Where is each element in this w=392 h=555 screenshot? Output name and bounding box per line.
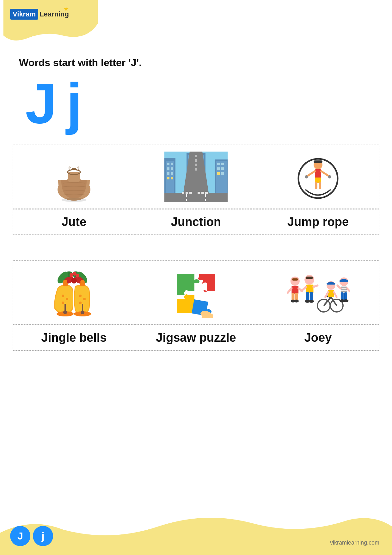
footer-J: J — [10, 526, 30, 546]
footer-blob — [0, 511, 392, 555]
svg-rect-105 — [306, 292, 309, 301]
svg-rect-13 — [167, 177, 169, 179]
svg-point-79 — [81, 310, 84, 314]
jingle-bells-label: Jingle bells — [13, 325, 135, 351]
svg-line-107 — [301, 287, 306, 291]
svg-point-110 — [309, 300, 314, 303]
svg-point-71 — [76, 274, 79, 278]
svg-point-83 — [66, 298, 68, 300]
svg-point-74 — [63, 310, 67, 314]
svg-rect-36 — [217, 167, 220, 170]
junction-label: Junction — [135, 209, 257, 235]
svg-line-135 — [347, 288, 350, 291]
svg-rect-127 — [340, 280, 348, 282]
jigsaw-puzzle-label: Jigsaw puzzle — [135, 325, 257, 351]
svg-rect-48 — [198, 192, 200, 194]
svg-line-134 — [338, 285, 341, 288]
cards-row2: Jingle bells Jigsaw puzzle Joey — [13, 260, 379, 351]
jumprope-image-cell — [257, 145, 379, 209]
big-letters-section: J j — [25, 75, 373, 132]
junction-city-icon — [164, 152, 228, 202]
svg-line-98 — [288, 288, 292, 293]
svg-line-58 — [307, 171, 315, 176]
joey-kids-icon — [286, 267, 350, 318]
svg-rect-34 — [217, 163, 220, 165]
svg-point-101 — [294, 300, 299, 302]
junction-image-cell — [135, 145, 257, 209]
jute-label: Jute — [13, 209, 135, 235]
header-blob — [0, 0, 101, 44]
svg-rect-46 — [186, 192, 188, 194]
joey-label: Joey — [257, 325, 379, 351]
logo-vikram: Vikram — [10, 9, 38, 20]
svg-point-76 — [63, 280, 67, 284]
jingle-bells-image-cell — [13, 261, 135, 325]
svg-rect-8 — [171, 163, 173, 165]
svg-point-93 — [291, 277, 300, 286]
cards-images-row1 — [13, 145, 379, 209]
big-letter-j: j — [66, 75, 82, 132]
svg-rect-103 — [306, 277, 313, 279]
svg-rect-37 — [221, 167, 224, 170]
footer: J j vikramlearning.com — [0, 511, 392, 555]
svg-rect-97 — [295, 293, 298, 301]
header: Vikram Learning ★ — [0, 0, 392, 51]
cards-labels-row2: Jingle bells Jigsaw puzzle Joey — [13, 325, 379, 351]
svg-point-86 — [83, 298, 86, 300]
svg-rect-122 — [327, 283, 335, 284]
svg-line-59 — [321, 171, 329, 176]
svg-rect-106 — [310, 292, 313, 301]
star-icon: ★ — [63, 5, 69, 13]
footer-website: vikramlearning.com — [330, 539, 379, 546]
svg-point-60 — [305, 175, 308, 178]
svg-rect-10 — [171, 167, 173, 170]
svg-rect-12 — [171, 172, 173, 175]
svg-rect-40 — [164, 193, 228, 202]
svg-rect-11 — [167, 172, 169, 175]
footer-j: j — [33, 526, 53, 546]
svg-point-61 — [328, 175, 331, 178]
jute-bag-icon — [52, 152, 96, 202]
svg-rect-39 — [221, 172, 224, 175]
footer-letters: J j — [10, 526, 53, 546]
jute-image-cell — [13, 145, 135, 209]
svg-rect-33 — [216, 161, 227, 196]
svg-point-137 — [343, 299, 348, 302]
joey-image-cell — [257, 261, 379, 325]
svg-rect-35 — [221, 163, 224, 165]
jumprope-label: Jump rope — [257, 209, 379, 235]
svg-rect-49 — [201, 192, 204, 194]
logo: Vikram Learning — [10, 9, 69, 20]
svg-rect-133 — [344, 292, 347, 300]
big-letter-J: J — [25, 75, 57, 132]
svg-rect-50 — [205, 192, 208, 194]
svg-line-125 — [334, 292, 337, 297]
jump-rope-icon — [296, 152, 340, 202]
jigsaw-puzzle-icon — [171, 267, 221, 318]
svg-rect-38 — [217, 172, 220, 175]
cards-images-row2 — [13, 261, 379, 325]
svg-rect-57 — [319, 182, 321, 189]
svg-rect-47 — [189, 192, 192, 194]
svg-point-82 — [62, 295, 64, 297]
svg-point-85 — [79, 295, 82, 297]
svg-point-87 — [79, 302, 82, 304]
svg-point-3 — [61, 198, 87, 202]
svg-rect-56 — [315, 182, 317, 189]
svg-rect-9 — [167, 167, 169, 170]
page-title: Words start with letter 'J'. — [19, 57, 373, 69]
svg-point-102 — [304, 275, 314, 285]
svg-rect-123 — [328, 290, 334, 297]
svg-rect-53 — [314, 160, 322, 163]
jigsaw-puzzle-image-cell — [135, 261, 257, 325]
svg-rect-104 — [306, 285, 314, 293]
cards-row1: Jute Junction Jump rope — [13, 145, 379, 235]
cards-section-row2: Jingle bells Jigsaw puzzle Joey — [13, 260, 379, 351]
svg-rect-96 — [291, 293, 294, 301]
svg-line-108 — [313, 285, 317, 287]
svg-rect-132 — [341, 292, 344, 300]
svg-rect-95 — [291, 286, 298, 294]
svg-point-81 — [80, 280, 85, 284]
svg-rect-7 — [167, 163, 169, 165]
svg-rect-45 — [182, 192, 184, 194]
